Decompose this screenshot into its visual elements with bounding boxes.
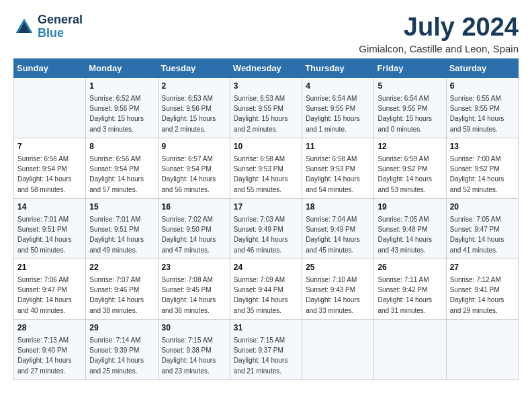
day-number: 3 <box>234 81 298 92</box>
day-detail: Sunrise: 7:13 AMSunset: 9:40 PMDaylight:… <box>17 336 72 375</box>
day-detail: Sunrise: 7:15 AMSunset: 9:38 PMDaylight:… <box>162 336 216 375</box>
header-tuesday: Tuesday <box>158 58 230 77</box>
day-detail: Sunrise: 7:12 AMSunset: 9:41 PMDaylight:… <box>450 276 504 314</box>
day-detail: Sunrise: 7:11 AMSunset: 9:42 PMDaylight:… <box>378 276 432 314</box>
location: Gimialcon, Castille and Leon, Spain <box>359 43 519 54</box>
table-row: 3 Sunrise: 6:53 AMSunset: 9:55 PMDayligh… <box>230 77 302 138</box>
day-detail: Sunrise: 6:57 AMSunset: 9:54 PMDaylight:… <box>162 155 216 193</box>
table-row <box>14 77 86 138</box>
month-title: July 2024 <box>359 13 519 42</box>
day-number: 11 <box>306 141 370 152</box>
day-detail: Sunrise: 6:59 AMSunset: 9:52 PMDaylight:… <box>378 155 432 193</box>
day-detail: Sunrise: 6:56 AMSunset: 9:54 PMDaylight:… <box>89 155 144 193</box>
table-row: 25 Sunrise: 7:10 AMSunset: 9:43 PMDaylig… <box>302 259 374 319</box>
logo-line2: Blue <box>38 26 64 40</box>
day-number: 5 <box>378 81 442 92</box>
day-detail: Sunrise: 6:53 AMSunset: 9:56 PMDaylight:… <box>162 95 216 133</box>
day-number: 25 <box>306 262 370 273</box>
title-block: July 2024 Gimialcon, Castille and Leon, … <box>359 13 519 54</box>
day-detail: Sunrise: 7:14 AMSunset: 9:39 PMDaylight:… <box>89 336 144 375</box>
day-detail: Sunrise: 6:58 AMSunset: 9:53 PMDaylight:… <box>306 155 360 193</box>
table-row: 26 Sunrise: 7:11 AMSunset: 9:42 PMDaylig… <box>374 259 446 319</box>
day-detail: Sunrise: 7:05 AMSunset: 9:48 PMDaylight:… <box>378 216 432 254</box>
day-number: 12 <box>378 141 442 152</box>
table-row: 4 Sunrise: 6:54 AMSunset: 9:55 PMDayligh… <box>302 77 374 138</box>
logo: General Blue <box>13 13 83 40</box>
header-wednesday: Wednesday <box>230 58 302 77</box>
day-number: 22 <box>89 262 154 273</box>
logo-icon <box>13 16 35 38</box>
day-detail: Sunrise: 6:54 AMSunset: 9:55 PMDaylight:… <box>378 95 432 133</box>
day-detail: Sunrise: 7:10 AMSunset: 9:43 PMDaylight:… <box>306 276 360 314</box>
table-row: 14 Sunrise: 7:01 AMSunset: 9:51 PMDaylig… <box>14 198 86 259</box>
table-row: 27 Sunrise: 7:12 AMSunset: 9:41 PMDaylig… <box>446 259 518 319</box>
day-detail: Sunrise: 7:01 AMSunset: 9:51 PMDaylight:… <box>17 216 72 254</box>
day-number: 1 <box>89 81 154 92</box>
day-detail: Sunrise: 7:04 AMSunset: 9:49 PMDaylight:… <box>306 216 360 254</box>
day-detail: Sunrise: 6:58 AMSunset: 9:53 PMDaylight:… <box>234 155 288 193</box>
day-number: 18 <box>306 201 370 213</box>
day-detail: Sunrise: 7:07 AMSunset: 9:46 PMDaylight:… <box>89 276 144 314</box>
table-row: 6 Sunrise: 6:55 AMSunset: 9:55 PMDayligh… <box>446 77 518 138</box>
day-number: 7 <box>17 141 82 152</box>
day-detail: Sunrise: 6:52 AMSunset: 9:56 PMDaylight:… <box>89 95 144 133</box>
calendar-header-row: Sunday Monday Tuesday Wednesday Thursday… <box>14 58 519 77</box>
day-number: 2 <box>162 81 226 92</box>
table-row: 1 Sunrise: 6:52 AMSunset: 9:56 PMDayligh… <box>86 77 158 138</box>
table-row: 30 Sunrise: 7:15 AMSunset: 9:38 PMDaylig… <box>158 319 230 379</box>
table-row: 21 Sunrise: 7:06 AMSunset: 9:47 PMDaylig… <box>14 259 86 319</box>
table-row: 8 Sunrise: 6:56 AMSunset: 9:54 PMDayligh… <box>86 138 158 198</box>
logo-line1: General <box>38 13 83 26</box>
day-number: 8 <box>89 141 154 152</box>
day-number: 30 <box>162 322 226 334</box>
calendar-week-row: 14 Sunrise: 7:01 AMSunset: 9:51 PMDaylig… <box>14 198 519 259</box>
day-detail: Sunrise: 7:09 AMSunset: 9:44 PMDaylight:… <box>234 276 288 314</box>
day-number: 9 <box>162 141 226 152</box>
day-number: 4 <box>306 81 370 92</box>
table-row: 22 Sunrise: 7:07 AMSunset: 9:46 PMDaylig… <box>86 259 158 319</box>
table-row: 2 Sunrise: 6:53 AMSunset: 9:56 PMDayligh… <box>158 77 230 138</box>
day-detail: Sunrise: 7:03 AMSunset: 9:49 PMDaylight:… <box>234 216 288 254</box>
day-detail: Sunrise: 7:05 AMSunset: 9:47 PMDaylight:… <box>450 216 504 254</box>
day-number: 10 <box>234 141 298 152</box>
table-row <box>302 319 374 379</box>
day-detail: Sunrise: 7:15 AMSunset: 9:37 PMDaylight:… <box>234 336 288 375</box>
day-detail: Sunrise: 6:54 AMSunset: 9:55 PMDaylight:… <box>306 95 360 133</box>
table-row: 16 Sunrise: 7:02 AMSunset: 9:50 PMDaylig… <box>158 198 230 259</box>
day-detail: Sunrise: 6:55 AMSunset: 9:55 PMDaylight:… <box>450 95 504 133</box>
day-number: 17 <box>234 201 298 213</box>
day-number: 29 <box>89 322 154 334</box>
header-friday: Friday <box>374 58 446 77</box>
table-row: 29 Sunrise: 7:14 AMSunset: 9:39 PMDaylig… <box>86 319 158 379</box>
header-monday: Monday <box>86 58 158 77</box>
table-row <box>446 319 518 379</box>
day-detail: Sunrise: 7:01 AMSunset: 9:51 PMDaylight:… <box>89 216 144 254</box>
calendar-week-row: 28 Sunrise: 7:13 AMSunset: 9:40 PMDaylig… <box>14 319 519 379</box>
table-row: 18 Sunrise: 7:04 AMSunset: 9:49 PMDaylig… <box>302 198 374 259</box>
day-number: 14 <box>17 201 82 213</box>
day-number: 23 <box>162 262 226 273</box>
table-row <box>374 319 446 379</box>
table-row: 24 Sunrise: 7:09 AMSunset: 9:44 PMDaylig… <box>230 259 302 319</box>
table-row: 17 Sunrise: 7:03 AMSunset: 9:49 PMDaylig… <box>230 198 302 259</box>
table-row: 28 Sunrise: 7:13 AMSunset: 9:40 PMDaylig… <box>14 319 86 379</box>
table-row: 9 Sunrise: 6:57 AMSunset: 9:54 PMDayligh… <box>158 138 230 198</box>
day-number: 21 <box>17 262 82 273</box>
day-detail: Sunrise: 7:08 AMSunset: 9:45 PMDaylight:… <box>162 276 216 314</box>
day-number: 27 <box>450 262 515 273</box>
day-detail: Sunrise: 6:53 AMSunset: 9:55 PMDaylight:… <box>234 95 288 133</box>
table-row: 15 Sunrise: 7:01 AMSunset: 9:51 PMDaylig… <box>86 198 158 259</box>
table-row: 12 Sunrise: 6:59 AMSunset: 9:52 PMDaylig… <box>374 138 446 198</box>
table-row: 11 Sunrise: 6:58 AMSunset: 9:53 PMDaylig… <box>302 138 374 198</box>
table-row: 31 Sunrise: 7:15 AMSunset: 9:37 PMDaylig… <box>230 319 302 379</box>
header-sunday: Sunday <box>14 58 86 77</box>
day-number: 6 <box>450 81 515 92</box>
calendar-week-row: 21 Sunrise: 7:06 AMSunset: 9:47 PMDaylig… <box>14 259 519 319</box>
day-number: 15 <box>89 201 154 213</box>
calendar-table: Sunday Monday Tuesday Wednesday Thursday… <box>13 58 519 380</box>
table-row: 5 Sunrise: 6:54 AMSunset: 9:55 PMDayligh… <box>374 77 446 138</box>
table-row: 23 Sunrise: 7:08 AMSunset: 9:45 PMDaylig… <box>158 259 230 319</box>
day-number: 31 <box>234 322 298 334</box>
day-number: 19 <box>378 201 442 213</box>
day-number: 28 <box>17 322 82 334</box>
